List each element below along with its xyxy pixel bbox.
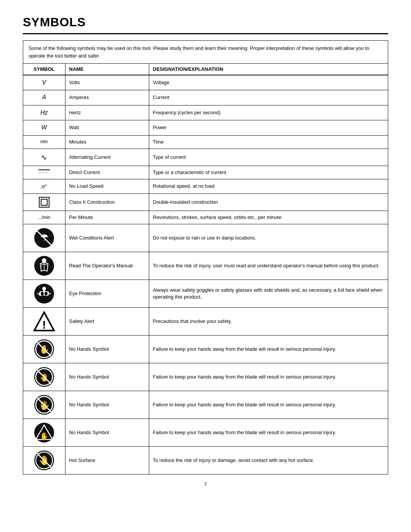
desc-cell: To reduce the risk of injury, user must … <box>149 252 388 280</box>
desc-cell: Do not expose to rain or use in damp loc… <box>149 224 388 252</box>
desc-cell: Failure to keep your hands away from the… <box>149 335 388 363</box>
symbol-cell <box>23 194 65 211</box>
table-header-row: SYMBOL NAME DESIGNATION/EXPLANATION <box>23 64 388 75</box>
name-cell: Alternating Current <box>65 149 149 166</box>
desc-cell: Always wear safety goggles or safety gla… <box>149 280 388 308</box>
name-cell: Eye Protection <box>65 280 149 308</box>
table-row: ☂ Wet Conditions AlertDo not expose to r… <box>23 224 388 252</box>
table-row: Eye ProtectionAlways wear safety goggles… <box>23 280 388 308</box>
symbol-cell: 🤚 <box>23 363 65 391</box>
table-row: noNo Load SpeedRotational speed, at no l… <box>23 179 388 193</box>
symbol-cell: ! <box>23 308 65 335</box>
symbols-table: SYMBOL NAME DESIGNATION/EXPLANATION VVol… <box>23 64 388 474</box>
name-cell: No Hands Symbol <box>65 363 149 391</box>
name-cell: Safety Alert <box>65 308 149 335</box>
symbol-cell: −−− <box>23 166 65 179</box>
desc-cell: Failure to keep your hands away from the… <box>149 419 388 447</box>
table-row: minMinutesTime <box>23 135 388 149</box>
table-row: AAmperesCurrent <box>23 90 388 105</box>
table-row: .../minPer MinuteRevolutions, strokes, s… <box>23 211 388 224</box>
svg-text:!: ! <box>42 318 46 331</box>
symbol-cell: 🤚 <box>23 447 65 474</box>
symbol-cell: V <box>23 75 65 90</box>
table-row: ✋ No Hands SymbolFailure to keep your ha… <box>23 419 388 447</box>
name-cell: No Hands Symbol <box>65 391 149 419</box>
name-cell: Amperes <box>65 90 149 105</box>
desc-cell: Rotational speed, at no load <box>149 179 388 193</box>
name-cell: No Load Speed <box>65 179 149 193</box>
symbol-cell: W <box>23 120 65 135</box>
header-symbol: SYMBOL <box>23 64 65 75</box>
desc-cell: Precautions that involve your safety. <box>149 308 388 335</box>
symbol-cell: .../min <box>23 211 65 224</box>
table-row: ! Safety AlertPrecautions that involve y… <box>23 308 388 335</box>
name-cell: Read The Operator's Manual <box>65 252 149 280</box>
table-row: Class II ConstructionDouble-insulated co… <box>23 194 388 211</box>
header-name: NAME <box>65 64 149 75</box>
desc-cell: Failure to keep your hands away from the… <box>149 363 388 391</box>
desc-cell: Type of current <box>149 149 388 166</box>
name-cell: Hot Surface <box>65 447 149 474</box>
symbol-cell: ✋ <box>23 335 65 363</box>
name-cell: Per Minute <box>65 211 149 224</box>
table-row: 🤚 No Hands SymbolFailure to keep your ha… <box>23 363 388 391</box>
symbol-cell: no <box>23 179 65 193</box>
table-row: ∿Alternating CurrentType of current <box>23 149 388 166</box>
desc-cell: Time <box>149 135 388 149</box>
table-row: HzHertzFrequency (cycles per second) <box>23 105 388 120</box>
desc-cell: Failure to keep your hands away from the… <box>149 391 388 419</box>
page-title: SYMBOLS <box>23 15 388 29</box>
name-cell: Hertz <box>65 105 149 120</box>
svg-point-4 <box>42 258 46 263</box>
symbol-cell: 🖐 <box>23 391 65 419</box>
svg-point-7 <box>41 292 44 296</box>
desc-cell: Current <box>149 90 388 105</box>
name-cell: Class II Construction <box>65 194 149 211</box>
table-row: VVoltsVoltage <box>23 75 388 90</box>
name-cell: Volts <box>65 75 149 90</box>
symbol-cell: A <box>23 90 65 105</box>
name-cell: No Hands Symbol <box>65 335 149 363</box>
page-number: 7 <box>23 481 388 487</box>
symbol-cell: ✋ <box>23 419 65 447</box>
name-cell: Wet Conditions Alert <box>65 224 149 252</box>
name-cell: Minutes <box>65 135 149 149</box>
table-row: −−− Direct CurrentType or a characterist… <box>23 166 388 179</box>
svg-point-8 <box>45 292 48 296</box>
symbol-cell <box>23 280 65 308</box>
symbol-cell: min <box>23 135 65 149</box>
table-row: Read The Operator's ManualTo reduce the … <box>23 252 388 280</box>
svg-text:✋: ✋ <box>40 432 49 440</box>
name-cell: Direct Current <box>65 166 149 179</box>
header-designation: DESIGNATION/EXPLANATION <box>149 64 388 75</box>
intro-text: Some of the following symbols may be use… <box>23 41 388 64</box>
name-cell: No Hands Symbol <box>65 419 149 447</box>
symbol-cell: Hz <box>23 105 65 120</box>
desc-cell: Revolutions, strokes, surface speed, orb… <box>149 211 388 224</box>
table-row: 🤚 Hot SurfaceTo reduce the risk of injur… <box>23 447 388 474</box>
symbol-cell: ∿ <box>23 149 65 166</box>
table-row: ✋ No Hands SymbolFailure to keep your ha… <box>23 335 388 363</box>
table-row: WWattPower <box>23 120 388 135</box>
desc-cell: Double-insulated construction <box>149 194 388 211</box>
name-cell: Watt <box>65 120 149 135</box>
desc-cell: Type or a characteristic of current <box>149 166 388 179</box>
table-row: 🖐 No Hands SymbolFailure to keep your ha… <box>23 391 388 419</box>
desc-cell: Power <box>149 120 388 135</box>
title-divider <box>23 33 388 34</box>
symbol-cell <box>23 252 65 280</box>
desc-cell: To reduce the risk of injury or damage, … <box>149 447 388 474</box>
symbol-cell: ☂ <box>23 224 65 252</box>
symbols-table-container: Some of the following symbols may be use… <box>23 40 388 474</box>
svg-point-6 <box>42 287 46 291</box>
desc-cell: Frequency (cycles per second) <box>149 105 388 120</box>
desc-cell: Voltage <box>149 75 388 90</box>
